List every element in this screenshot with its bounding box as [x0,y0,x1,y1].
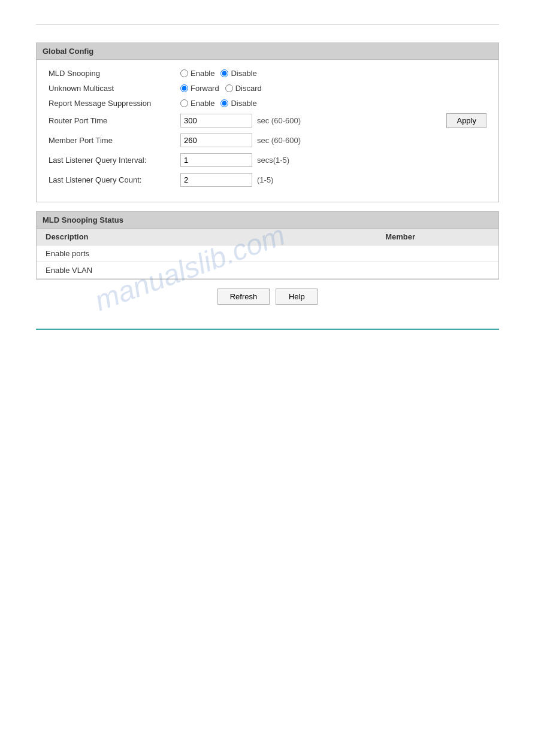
unknown-multicast-row: Unknown Multicast Forward Discard [49,84,486,93]
unknown-multicast-discard-text: Discard [235,84,262,93]
enable-vlan-cell: Enable VLAN [37,262,302,279]
mld-snooping-status-section: MLD Snooping Status Description Member E… [36,211,499,280]
table-row: Enable ports [37,245,498,262]
member-port-time-unit: sec (60-600) [257,136,301,145]
report-suppression-enable-label[interactable]: Enable [180,99,214,108]
mld-snooping-label: MLD Snooping [49,69,180,78]
enable-ports-member-cell [302,245,498,262]
global-config-header: Global Config [36,42,499,60]
table-row: Enable VLAN [37,262,498,279]
unknown-multicast-discard-radio[interactable] [225,84,233,92]
mld-snooping-disable-text: Disable [231,69,256,78]
button-row: Refresh Help [36,289,499,311]
mld-snooping-enable-radio[interactable] [180,69,188,77]
top-border [36,24,499,25]
unknown-multicast-discard-label[interactable]: Discard [225,84,262,93]
member-port-time-row: Member Port Time sec (60-600) [49,133,486,147]
mld-snooping-status-header: MLD Snooping Status [37,212,498,229]
status-table-body: Enable ports Enable VLAN [37,245,498,279]
mld-snooping-disable-label[interactable]: Disable [220,69,256,78]
refresh-button[interactable]: Refresh [217,289,270,305]
report-suppression-row: Report Message Suppression Enable Disabl… [49,99,486,108]
report-suppression-disable-radio[interactable] [220,99,228,107]
last-listener-interval-unit: secs(1-5) [257,156,289,165]
router-port-time-row: Router Port Time sec (60-600) Apply [49,114,486,127]
apply-button[interactable]: Apply [446,113,486,128]
global-config-title: Global Config [43,47,93,56]
unknown-multicast-forward-radio[interactable] [180,84,188,92]
last-listener-interval-label: Last Listener Query Interval: [49,156,180,165]
router-port-time-label: Router Port Time [49,116,180,125]
mld-snooping-row: MLD Snooping Enable Disable [49,69,486,78]
report-suppression-disable-label[interactable]: Disable [220,99,256,108]
report-suppression-label: Report Message Suppression [49,99,180,108]
mld-snooping-enable-label[interactable]: Enable [180,69,214,78]
report-suppression-enable-text: Enable [191,99,214,108]
enable-ports-cell: Enable ports [37,245,302,262]
router-port-time-unit: sec (60-600) [257,116,301,125]
report-suppression-enable-radio[interactable] [180,99,188,107]
description-column-header: Description [37,229,302,245]
last-listener-count-unit: (1-5) [257,175,273,184]
global-config-wrapper: Global Config MLD Snooping Enable Disabl… [36,42,499,311]
report-suppression-radio-group: Enable Disable [180,99,257,108]
last-listener-count-input[interactable] [180,173,252,187]
unknown-multicast-forward-label[interactable]: Forward [180,84,219,93]
last-listener-interval-input[interactable] [180,153,252,167]
member-port-time-label: Member Port Time [49,136,180,145]
last-listener-count-row: Last Listener Query Count: (1-5) [49,173,486,187]
last-listener-count-label: Last Listener Query Count: [49,175,180,184]
mld-snooping-disable-radio[interactable] [220,69,228,77]
bottom-border [36,329,499,330]
member-column-header: Member [302,229,498,245]
member-port-time-input[interactable] [180,133,252,147]
mld-snooping-enable-text: Enable [191,69,214,78]
enable-vlan-member-cell [302,262,498,279]
mld-snooping-status-title: MLD Snooping Status [43,215,123,224]
global-config-section: MLD Snooping Enable Disable Unknown Mult… [36,60,499,202]
unknown-multicast-radio-group: Forward Discard [180,84,262,93]
router-port-time-input[interactable] [180,114,252,127]
last-listener-interval-row: Last Listener Query Interval: secs(1-5) [49,153,486,167]
status-table: Description Member Enable ports Enable V… [37,229,498,279]
status-table-header-row: Description Member [37,229,498,245]
unknown-multicast-label: Unknown Multicast [49,84,180,93]
main-content: Global Config MLD Snooping Enable Disabl… [36,42,499,311]
mld-snooping-radio-group: Enable Disable [180,69,257,78]
report-suppression-disable-text: Disable [231,99,256,108]
unknown-multicast-forward-text: Forward [191,84,219,93]
help-button[interactable]: Help [276,289,318,305]
